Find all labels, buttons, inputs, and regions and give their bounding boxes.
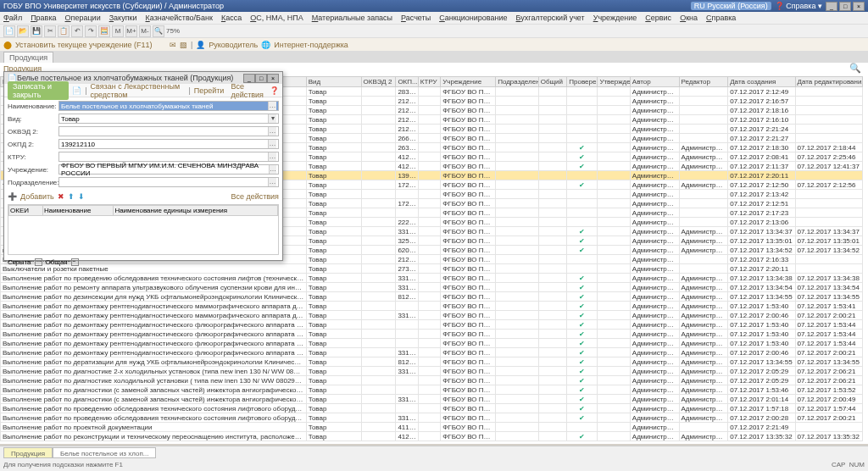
status-tab-2[interactable]: Белье постельное из хлоп... bbox=[53, 447, 156, 458]
name-input[interactable]: Белье постельное из хлопчатобумажных тка… bbox=[58, 101, 279, 111]
col-header[interactable]: Утвержден bbox=[598, 77, 630, 87]
table-row[interactable]: Выполнение работ по реконструкции и техн… bbox=[1, 432, 863, 441]
save-button[interactable]: Записать и закрыть bbox=[8, 81, 69, 100]
zoom-value[interactable]: 75% bbox=[166, 27, 180, 35]
help-icon[interactable]: ❓ bbox=[270, 86, 279, 95]
help-link[interactable]: ❓ Справка ▾ bbox=[775, 2, 822, 10]
okved-input[interactable]: … bbox=[58, 126, 279, 136]
menu-item[interactable]: ОС, НМА, НПА bbox=[250, 14, 303, 22]
status-tab-1[interactable]: Продукция bbox=[3, 447, 53, 458]
copy-icon[interactable]: 📋 bbox=[58, 25, 70, 37]
all-actions[interactable]: Все действия bbox=[231, 82, 266, 99]
menu-item[interactable]: Закупки bbox=[109, 14, 137, 22]
table-row[interactable]: Выполнение работ по дератизации для нужд… bbox=[1, 357, 863, 367]
open-icon[interactable]: 📂 bbox=[17, 25, 29, 37]
table-row[interactable]: Выполнение работ по ремонту аппарата уль… bbox=[1, 283, 863, 292]
col-header[interactable]: Подразделение bbox=[496, 77, 538, 87]
col-header[interactable]: ОКВЭД 2 bbox=[361, 77, 396, 87]
table-row[interactable]: Выполнение работ по демонтажу рентгеноди… bbox=[1, 320, 863, 330]
menu-item[interactable]: Файл bbox=[3, 14, 22, 22]
menu-item[interactable]: Операции bbox=[65, 14, 101, 22]
table-row[interactable]: Выполнение работ по проектной документац… bbox=[1, 423, 863, 432]
menu-item[interactable]: Правка bbox=[31, 14, 56, 22]
table-row[interactable]: Выполнение работ по демонтажу рентгеноди… bbox=[1, 330, 863, 339]
up-icon[interactable]: ⬆ bbox=[68, 192, 75, 201]
zoom-icon[interactable]: 🔍 bbox=[153, 25, 164, 37]
tab-main[interactable]: Продукция bbox=[3, 52, 53, 63]
table-row[interactable]: Выполнение работ по диагностике 2-х холо… bbox=[1, 367, 863, 376]
col-header[interactable]: Дата создания bbox=[728, 77, 795, 87]
menu-item[interactable]: Касса bbox=[221, 14, 242, 22]
menu-item[interactable]: Материальные запасы bbox=[312, 14, 392, 22]
save-sml-button[interactable]: 📄 bbox=[72, 86, 81, 95]
dlg-subgrid[interactable]: ОКЕИНаименованиеНаименование единицы изм… bbox=[8, 204, 279, 255]
num-indicator: NUM bbox=[849, 461, 865, 468]
undo-icon[interactable]: ↶ bbox=[71, 25, 83, 37]
table-row[interactable]: Выполнение работ по проведению обследова… bbox=[1, 274, 863, 283]
vid-input[interactable]: Товар▾ bbox=[58, 114, 279, 124]
ktru-input[interactable]: … bbox=[58, 152, 279, 162]
m-minus-icon[interactable]: M- bbox=[139, 25, 151, 37]
search-icon[interactable]: 🔍 bbox=[849, 63, 861, 74]
col-header[interactable]: Общий bbox=[538, 77, 567, 87]
maximize-icon[interactable]: □ bbox=[839, 2, 851, 11]
add-icon[interactable]: ➕ bbox=[8, 192, 17, 201]
col-header[interactable]: Автор bbox=[630, 77, 679, 87]
menu-item[interactable]: Сервис bbox=[645, 14, 671, 22]
col-header[interactable]: Учреждение bbox=[441, 77, 496, 87]
ruler-icon[interactable]: M bbox=[112, 25, 124, 37]
table-row[interactable]: Выполнение работ по проведению обследова… bbox=[1, 404, 863, 413]
table-row[interactable]: Выполнение работ по демонтажу рентгеноди… bbox=[1, 311, 863, 320]
new-icon[interactable]: 📄 bbox=[3, 25, 15, 37]
support-link[interactable]: Интернет-поддержка bbox=[274, 41, 348, 49]
minimize-icon[interactable]: _ bbox=[826, 2, 837, 11]
col-header[interactable]: Проверен bbox=[567, 77, 598, 87]
dlg-close-icon[interactable]: × bbox=[267, 74, 279, 83]
ruk-link[interactable]: Руководитель bbox=[209, 41, 258, 49]
menu-item[interactable]: Бухгалтерский учет bbox=[516, 14, 585, 22]
uch-input[interactable]: ФГБОУ ВО ПЕРВЫЙ МГМУ ИМ.И.М. СЕЧЕНОВА МИ… bbox=[58, 164, 279, 175]
col-header[interactable]: Редактор bbox=[679, 77, 728, 87]
redo-icon[interactable]: ↷ bbox=[85, 25, 97, 37]
menu-item[interactable]: Учреждение bbox=[593, 14, 637, 22]
hidden-checkbox[interactable] bbox=[35, 258, 42, 266]
calc-icon[interactable]: 🧮 bbox=[98, 25, 110, 37]
table-row[interactable]: Выполнение работ по диагностики (с замен… bbox=[1, 385, 863, 395]
link-go[interactable]: Перейти bbox=[194, 86, 225, 95]
cap-indicator: CAP bbox=[832, 461, 845, 468]
menu-item[interactable]: Окна bbox=[680, 14, 698, 22]
pod-input[interactable]: … bbox=[58, 177, 279, 187]
col-header[interactable]: КТРУ bbox=[418, 77, 440, 87]
close-icon[interactable]: × bbox=[853, 2, 865, 11]
menubar: ФайлПравкаОперацииЗакупкиКазначейство/Ба… bbox=[0, 12, 868, 24]
okpd-input[interactable]: 139212110… bbox=[58, 139, 279, 149]
toolbar-links: ⬤ Установить текущее учреждение (F11) ✉ … bbox=[0, 37, 868, 51]
dialog: 📄 Белье постельное из хлопчатобумажных т… bbox=[3, 71, 283, 261]
menu-item[interactable]: Справка bbox=[706, 14, 736, 22]
table-row[interactable]: Выполнение работ по диагностике холодиль… bbox=[1, 376, 863, 385]
link-med[interactable]: Связан с Лекарственным средством bbox=[91, 82, 186, 99]
table-row[interactable]: Выполнение работ по проведению обследова… bbox=[1, 413, 863, 423]
m-plus-icon[interactable]: M+ bbox=[125, 25, 137, 37]
cut-icon[interactable]: ✂ bbox=[44, 25, 56, 37]
save-icon[interactable]: 💾 bbox=[31, 25, 42, 37]
add-button[interactable]: Добавить bbox=[20, 192, 54, 201]
col-header[interactable]: Дата редактирования bbox=[795, 77, 862, 87]
table-row[interactable]: Выполнение работ по демонтажу рентгеноди… bbox=[1, 339, 863, 348]
col-header[interactable]: ОКП... bbox=[396, 77, 418, 87]
set-org-link[interactable]: Установить текущее учреждение (F11) bbox=[15, 41, 153, 49]
menu-item[interactable]: Казначейство/Банк bbox=[146, 14, 213, 22]
col-header[interactable]: Вид bbox=[306, 77, 361, 87]
table-row[interactable]: Выполнение работ по демонтажу рентгеноди… bbox=[1, 302, 863, 311]
table-row[interactable]: Выполнение работ по демонтажу рентгеноди… bbox=[1, 348, 863, 357]
lang-selector[interactable]: RU Русский (Россия) bbox=[691, 2, 771, 10]
table-row[interactable]: Выполнение работ по дезинсекции для нужд… bbox=[1, 292, 863, 302]
menu-item[interactable]: Санкционирование bbox=[439, 14, 507, 22]
menu-item[interactable]: Расчеты bbox=[401, 14, 431, 22]
common-checkbox[interactable] bbox=[71, 258, 79, 266]
toolbar-icons: 📄 📂 💾 ✂ 📋 ↶ ↷ 🧮 M M+ M- 🔍 75% bbox=[0, 24, 868, 37]
del-icon[interactable]: ✖ bbox=[58, 192, 64, 201]
down-icon[interactable]: ⬇ bbox=[78, 192, 85, 201]
all-actions-2[interactable]: Все действия bbox=[231, 192, 279, 201]
table-row[interactable]: Выполнение работ по диагностики (с замен… bbox=[1, 395, 863, 404]
